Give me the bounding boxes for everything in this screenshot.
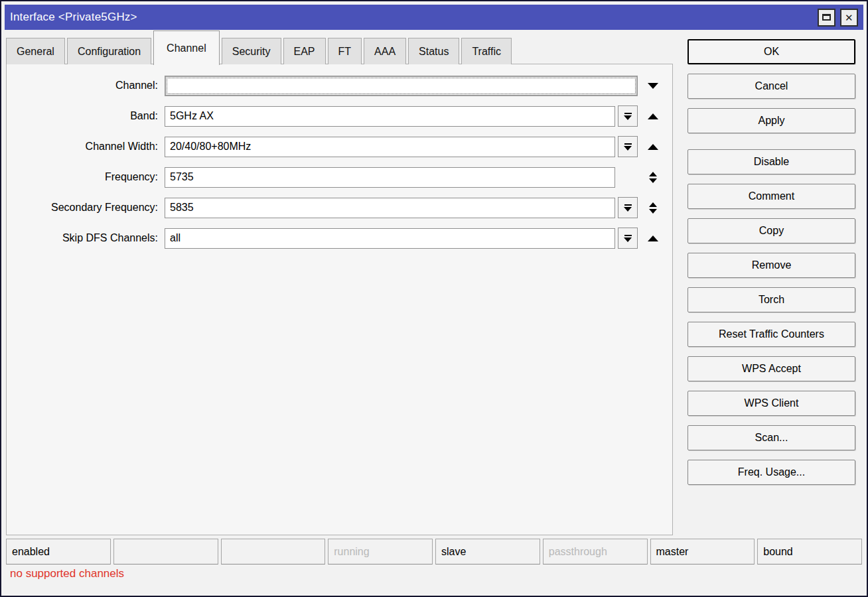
spinner-down-icon [649,178,657,183]
channel-tab-panel: Channel: Band: [6,64,673,535]
close-button[interactable]: ✕ [840,9,858,27]
close-icon: ✕ [845,13,853,23]
interface-dialog-window: Interface <Private5GHz> ✕ General Config… [0,0,868,597]
chevron-down-icon [624,115,632,120]
channel-width-label: Channel Width: [7,141,165,153]
tab-aaa[interactable]: AAA [364,38,406,64]
window-title: Interface <Private5GHz> [10,11,813,24]
apply-button[interactable]: Apply [687,108,855,133]
dialog-content: General Configuration Channel Security E… [5,30,863,592]
skip-dfs-channels-row: Skip DFS Channels: [7,228,672,249]
scan-button[interactable]: Scan... [687,425,855,450]
tab-configuration[interactable]: Configuration [67,38,151,64]
tab-traffic[interactable]: Traffic [461,38,512,64]
reset-traffic-counters-button[interactable]: Reset Traffic Counters [687,322,855,347]
chevron-down-icon [648,83,658,89]
status-cell [113,539,218,564]
status-cell: enabled [6,539,111,564]
secondary-frequency-row: Secondary Frequency: [7,197,672,218]
chevron-down-icon [624,146,632,151]
frequency-spinner[interactable] [644,172,662,183]
frequency-empty-slot [618,166,638,188]
maximize-icon [822,14,831,21]
status-cell: bound [757,539,862,564]
status-bar: enabled running slave passthrough master… [5,539,863,564]
frequency-label: Frequency: [7,171,165,183]
frequency-row: Frequency: [7,166,672,188]
skip-dfs-dropdown-button[interactable] [618,228,638,249]
spinner-up-icon [649,202,657,207]
comment-button[interactable]: Comment [687,184,855,209]
cancel-button[interactable]: Cancel [687,74,855,99]
channel-width-collapse-arrow[interactable] [644,144,662,150]
channel-input[interactable] [165,76,638,96]
channel-width-row: Channel Width: [7,136,672,157]
maximize-button[interactable] [818,9,835,27]
chevron-down-icon [624,237,632,242]
channel-width-dropdown-button[interactable] [618,136,638,157]
status-cell [221,539,326,564]
dropdown-icon [624,113,632,114]
chevron-up-icon [648,144,658,150]
dropdown-icon [624,204,632,206]
dropdown-icon [624,143,632,145]
band-collapse-arrow[interactable] [644,113,662,119]
status-cell: passthrough [543,539,648,564]
frequency-input[interactable] [165,167,615,188]
freq-usage-button[interactable]: Freq. Usage... [687,460,855,485]
channel-row: Channel: [7,75,672,96]
secondary-frequency-spinner[interactable] [644,202,662,214]
chevron-up-icon [648,235,658,241]
tab-channel[interactable]: Channel [153,31,220,65]
secondary-frequency-label: Secondary Frequency: [7,202,165,214]
spinner-down-icon [649,209,657,214]
secondary-frequency-input[interactable] [165,198,615,218]
tab-general[interactable]: General [6,38,65,64]
band-label: Band: [7,110,165,122]
disable-button[interactable]: Disable [687,149,855,174]
tab-security[interactable]: Security [222,38,281,64]
secondary-frequency-dropdown-button[interactable] [618,197,638,218]
skip-dfs-channels-input[interactable] [165,228,615,249]
status-cell: master [650,539,755,564]
chevron-up-icon [648,113,658,119]
band-row: Band: [7,105,672,127]
copy-button[interactable]: Copy [687,218,855,243]
tab-eap[interactable]: EAP [283,38,326,64]
wps-client-button[interactable]: WPS Client [687,391,855,416]
torch-button[interactable]: Torch [687,287,855,312]
dropdown-icon [624,235,632,236]
status-cell: slave [435,539,540,564]
skip-dfs-collapse-arrow[interactable] [644,235,662,241]
channel-dropdown-arrow[interactable] [644,83,662,89]
skip-dfs-channels-label: Skip DFS Channels: [7,232,165,244]
ok-button[interactable]: OK [687,39,855,64]
tab-status[interactable]: Status [408,38,459,64]
remove-button[interactable]: Remove [687,253,855,278]
channel-label: Channel: [7,80,165,92]
band-dropdown-button[interactable] [618,105,638,127]
tab-ft[interactable]: FT [328,38,362,64]
action-button-column: OK Cancel Apply Disable Comment Copy Rem… [687,39,855,494]
wps-accept-button[interactable]: WPS Accept [687,356,855,381]
band-input[interactable] [165,106,615,127]
chevron-down-icon [624,207,632,212]
title-bar[interactable]: Interface <Private5GHz> ✕ [5,5,863,30]
status-cell: running [328,539,433,564]
spinner-up-icon [649,172,657,176]
status-error-message: no supported channels [5,567,863,580]
channel-width-input[interactable] [165,137,615,157]
